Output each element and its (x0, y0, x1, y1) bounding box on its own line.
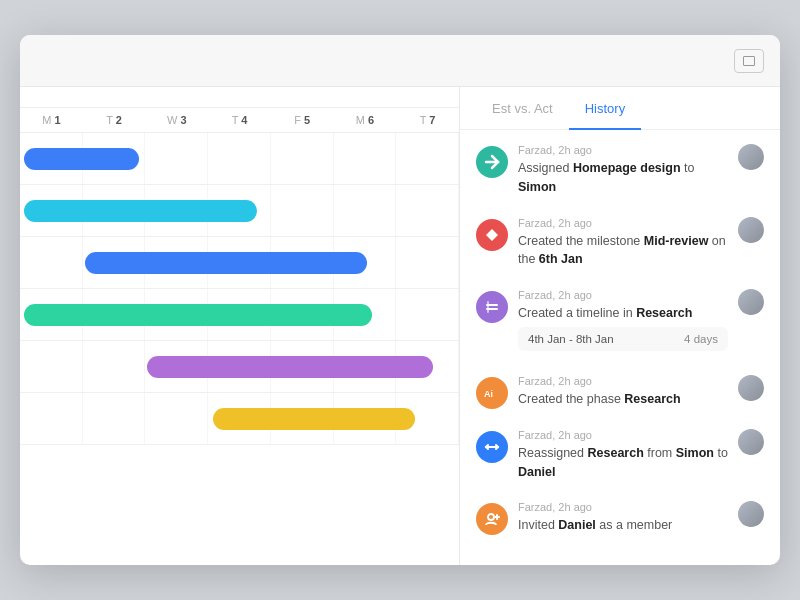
activity-icon-invite (476, 503, 508, 535)
history-text-block: Farzad, 2h ago Invited Daniel as a membe… (518, 501, 728, 535)
activity-icon-milestone (476, 219, 508, 251)
gantt-day-col: M 6 (334, 108, 397, 132)
gantt-bar (85, 252, 367, 274)
history-text: Created a timeline in Research (518, 304, 728, 323)
history-text-block: Farzad, 2h ago Assigned Homepage design … (518, 144, 728, 197)
history-item: Ai Farzad, 2h ago Created the phase Rese… (460, 365, 780, 419)
avatar-image (738, 375, 764, 401)
history-item: Farzad, 2h ago Assigned Homepage design … (460, 134, 780, 207)
gantt-header (20, 87, 459, 108)
gantt-day-col: W 3 (145, 108, 208, 132)
gantt-bar (24, 200, 257, 222)
gantt-cell (20, 237, 83, 288)
avatar-image (738, 429, 764, 455)
timeline-days: 4 days (684, 333, 718, 345)
right-panel: Est vs. ActHistory Farzad, 2h ago Assign… (460, 87, 780, 565)
gantt-bar (24, 148, 139, 170)
reload-icon[interactable] (36, 47, 64, 75)
svg-point-7 (488, 514, 494, 520)
avatar-image (738, 289, 764, 315)
gantt-day-col: F 5 (271, 108, 334, 132)
history-text: Assigned Homepage design to Simon (518, 159, 728, 197)
activity-icon-phase: Ai (476, 377, 508, 409)
history-text-block: Farzad, 2h ago Reassigned Research from … (518, 429, 728, 482)
avatar (738, 501, 764, 527)
gantt-row (20, 133, 459, 185)
history-meta: Farzad, 2h ago (518, 289, 728, 301)
tab-history[interactable]: History (569, 87, 641, 130)
history-meta: Farzad, 2h ago (518, 429, 728, 441)
gantt-cell (20, 393, 83, 444)
avatar (738, 144, 764, 170)
gantt-rows (20, 133, 459, 565)
history-text: Reassigned Research from Simon to Daniel (518, 444, 728, 482)
avatar-image (738, 501, 764, 527)
history-item-left: Farzad, 2h ago Assigned Homepage design … (476, 144, 728, 197)
gantt-cell (334, 185, 397, 236)
gantt-cell (271, 133, 334, 184)
gantt-day-col: T 7 (396, 108, 459, 132)
gantt-row (20, 341, 459, 393)
history-meta: Farzad, 2h ago (518, 144, 728, 156)
gantt-cell (83, 341, 146, 392)
history-meta: Farzad, 2h ago (518, 217, 728, 229)
timeline-detail: 4th Jan - 8th Jan 4 days (518, 327, 728, 351)
activity-icon-assign (476, 146, 508, 178)
history-item: Farzad, 2h ago Created the milestone Mid… (460, 207, 780, 280)
history-meta: Farzad, 2h ago (518, 501, 728, 513)
history-list: Farzad, 2h ago Assigned Homepage design … (460, 130, 780, 565)
gantt-day-col: T 2 (83, 108, 146, 132)
gantt-cell (396, 133, 459, 184)
svg-text:Ai: Ai (484, 389, 493, 399)
avatar-image (738, 217, 764, 243)
history-text-block: Farzad, 2h ago Created the milestone Mid… (518, 217, 728, 270)
history-item-left: Farzad, 2h ago Invited Daniel as a membe… (476, 501, 728, 535)
avatar (738, 217, 764, 243)
history-item-left: Ai Farzad, 2h ago Created the phase Rese… (476, 375, 728, 409)
gantt-cell (145, 393, 208, 444)
history-meta: Farzad, 2h ago (518, 375, 728, 387)
svg-marker-1 (486, 229, 498, 241)
gantt-cell (145, 133, 208, 184)
avatar-image (738, 144, 764, 170)
avatar (738, 429, 764, 455)
avatar (738, 289, 764, 315)
history-item-left: Farzad, 2h ago Created a timeline in Res… (476, 289, 728, 355)
gantt-cell (396, 237, 459, 288)
gantt-cell (334, 133, 397, 184)
gantt-days-header: M 1T 2W 3T 4F 5M 6T 7 (20, 108, 459, 133)
titlebar-left (36, 47, 64, 75)
gantt-row (20, 393, 459, 445)
history-item: Farzad, 2h ago Created a timeline in Res… (460, 279, 780, 365)
window-control-button[interactable] (734, 49, 764, 73)
app-window: M 1T 2W 3T 4F 5M 6T 7 Est vs. ActHistory… (20, 35, 780, 565)
gantt-bar (147, 356, 433, 378)
gantt-cell (83, 393, 146, 444)
gantt-day-col: T 4 (208, 108, 271, 132)
gantt-row (20, 237, 459, 289)
history-item: Farzad, 2h ago Invited Daniel as a membe… (460, 491, 780, 545)
history-text: Invited Daniel as a member (518, 516, 728, 535)
panel-tabs: Est vs. ActHistory (460, 87, 780, 130)
history-item: Farzad, 2h ago Reassigned Research from … (460, 419, 780, 492)
history-text: Created the milestone Mid-review on the … (518, 232, 728, 270)
gantt-cell (396, 289, 459, 340)
gantt-cell (20, 341, 83, 392)
history-text: Created the phase Research (518, 390, 728, 409)
tab-est-vs.-act[interactable]: Est vs. Act (476, 87, 569, 130)
titlebar (20, 35, 780, 87)
main-content: M 1T 2W 3T 4F 5M 6T 7 Est vs. ActHistory… (20, 87, 780, 565)
gantt-day-col: M 1 (20, 108, 83, 132)
gantt-cell (271, 185, 334, 236)
activity-icon-timeline (476, 291, 508, 323)
gantt-bar (213, 408, 416, 430)
history-item-left: Farzad, 2h ago Created the milestone Mid… (476, 217, 728, 270)
history-text-block: Farzad, 2h ago Created a timeline in Res… (518, 289, 728, 355)
history-text-block: Farzad, 2h ago Created the phase Researc… (518, 375, 728, 409)
avatar (738, 375, 764, 401)
activity-icon-reassign (476, 431, 508, 463)
gantt-row (20, 185, 459, 237)
timeline-range: 4th Jan - 8th Jan (528, 333, 614, 345)
gantt-cell (396, 185, 459, 236)
gantt-bar (24, 304, 372, 326)
